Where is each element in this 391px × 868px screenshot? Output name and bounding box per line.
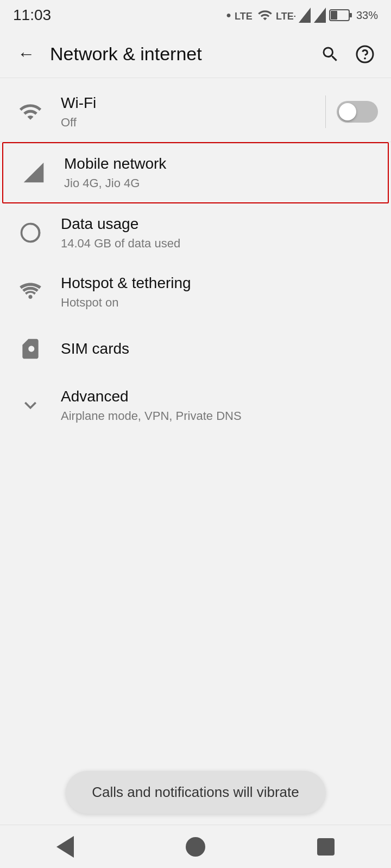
svg-marker-9 (24, 163, 44, 183)
wifi-toggle-knob (339, 103, 356, 120)
wifi-status-icon (257, 8, 273, 23)
hotspot-title: Hotspot & tethering (61, 273, 378, 293)
chevron-down-icon (18, 393, 42, 417)
status-bar: 11:03 ● LTE LTE+ 33% (0, 0, 391, 30)
nav-back-icon (56, 836, 74, 858)
app-bar-actions (315, 39, 380, 69)
battery-icon (329, 8, 353, 23)
nav-home-icon (186, 837, 205, 857)
mobile-network-item[interactable]: Mobile network Jio 4G, Jio 4G (2, 142, 389, 203)
signal-icon (22, 161, 46, 184)
search-button[interactable] (315, 39, 345, 69)
data-usage-icon (18, 221, 42, 245)
hotspot-item[interactable]: Hotspot & tethering Hotspot on (0, 263, 391, 322)
sim-cards-text: SIM cards (61, 339, 378, 359)
mobile-network-subtitle: Jio 4G, Jio 4G (64, 176, 375, 192)
lte2-icon: LTE+ (276, 8, 295, 23)
sim-icon (18, 337, 42, 361)
svg-rect-5 (349, 13, 352, 17)
signal2-icon (314, 8, 326, 23)
nav-back-button[interactable] (43, 831, 87, 863)
app-bar: ← Network & internet (0, 30, 391, 78)
data-usage-subtitle: 14.04 GB of data used (61, 236, 378, 252)
wifi-toggle-switch[interactable] (337, 101, 378, 123)
data-usage-title: Data usage (61, 214, 378, 234)
snackbar: Calls and notifications will vibrate (66, 771, 325, 814)
battery-percent: 33% (356, 9, 378, 22)
hotspot-text: Hotspot & tethering Hotspot on (61, 273, 378, 311)
wifi-icon (18, 100, 42, 124)
page-title: Network & internet (50, 43, 306, 65)
volte-icon: LTE (235, 8, 254, 23)
mobile-network-text: Mobile network Jio 4G, Jio 4G (64, 154, 375, 192)
help-icon (355, 44, 375, 64)
advanced-item-icon (13, 393, 48, 417)
back-button[interactable]: ← (11, 39, 41, 69)
back-arrow-icon: ← (17, 44, 35, 64)
settings-list: Wi-Fi Off Mobile network Jio 4G, Jio 4G (0, 78, 391, 439)
svg-text:LTE: LTE (235, 11, 253, 22)
nav-home-button[interactable] (174, 831, 217, 863)
snackbar-text: Calls and notifications will vibrate (92, 784, 299, 800)
search-icon (320, 44, 340, 64)
status-time: 11:03 (13, 7, 51, 24)
advanced-item[interactable]: Advanced Airplane mode, VPN, Private DNS (0, 376, 391, 435)
data-usage-text: Data usage 14.04 GB of data used (61, 214, 378, 252)
help-button[interactable] (350, 39, 380, 69)
sim-item-icon (13, 337, 48, 361)
advanced-text: Advanced Airplane mode, VPN, Private DNS (61, 387, 378, 424)
wifi-title: Wi-Fi (61, 93, 328, 113)
divider-line (325, 95, 326, 128)
data-usage-item[interactable]: Data usage 14.04 GB of data used (0, 203, 391, 263)
hotspot-subtitle: Hotspot on (61, 295, 378, 311)
dot-icon: ● (226, 10, 231, 20)
mobile-network-icon (16, 161, 51, 184)
advanced-title: Advanced (61, 387, 378, 406)
wifi-item-text: Wi-Fi Off (61, 93, 328, 131)
sim-cards-title: SIM cards (61, 339, 378, 359)
hotspot-icon (18, 280, 42, 304)
wifi-toggle[interactable] (337, 101, 378, 123)
data-usage-item-icon (13, 221, 48, 245)
svg-marker-2 (299, 8, 311, 23)
wifi-item-icon (13, 100, 48, 124)
wifi-subtitle: Off (61, 115, 328, 131)
advanced-subtitle: Airplane mode, VPN, Private DNS (61, 409, 378, 424)
svg-text:LTE+: LTE+ (276, 11, 295, 22)
signal1-icon (299, 8, 311, 23)
hotspot-item-icon (13, 280, 48, 304)
wifi-item[interactable]: Wi-Fi Off (0, 82, 391, 142)
sim-cards-item[interactable]: SIM cards (0, 322, 391, 376)
status-icons: ● LTE LTE+ 33% (226, 8, 378, 23)
svg-marker-3 (314, 8, 326, 23)
nav-recents-button[interactable] (304, 831, 348, 863)
nav-recents-icon (317, 838, 335, 856)
svg-rect-6 (331, 11, 337, 20)
nav-bar (0, 825, 391, 868)
mobile-network-title: Mobile network (64, 154, 375, 174)
